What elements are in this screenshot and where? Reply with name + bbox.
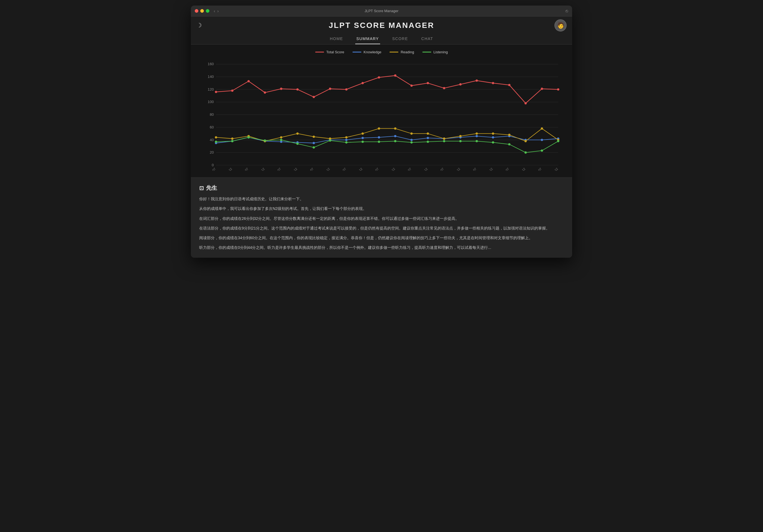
analysis-heading-name: 先生 [206, 184, 217, 192]
svg-text:60: 60 [210, 125, 214, 129]
svg-point-47 [313, 96, 315, 98]
theme-toggle-button[interactable]: ☽ [196, 22, 202, 29]
svg-point-41 [215, 91, 217, 93]
svg-point-109 [248, 136, 250, 138]
svg-point-42 [231, 89, 233, 92]
legend-reading: Reading [389, 50, 414, 54]
close-button[interactable] [195, 9, 198, 13]
svg-point-96 [394, 127, 396, 130]
analysis-para-6: 听力部分，你的成绩在0分到44分之间。听力是许多学生最具挑战性的部分，所以你不是… [199, 244, 564, 251]
svg-point-113 [313, 147, 315, 149]
tab-chat[interactable]: CHAT [420, 34, 434, 44]
svg-point-120 [427, 141, 429, 143]
legend-total-score: Total Score [315, 50, 344, 54]
svg-point-72 [362, 137, 364, 139]
svg-point-59 [508, 84, 510, 86]
legend-knowledge: Knowledge [353, 50, 381, 54]
svg-point-44 [264, 91, 266, 94]
score-chart: 020406080100120140160N2-2010-07N2-2010-1… [199, 58, 564, 171]
svg-text:20: 20 [210, 150, 214, 155]
svg-point-121 [443, 140, 445, 142]
app-window: ‹ › JLPT Score Manager ⎋ ☽ JLPT SCORE MA… [191, 6, 572, 258]
svg-point-114 [329, 140, 331, 142]
svg-point-79 [476, 135, 478, 137]
svg-point-110 [264, 140, 266, 142]
svg-point-52 [394, 74, 396, 76]
svg-text:40: 40 [210, 138, 214, 142]
svg-point-53 [410, 84, 413, 87]
svg-text:120: 120 [208, 87, 214, 91]
svg-point-58 [492, 82, 494, 84]
svg-point-86 [231, 138, 233, 140]
window-title: JLPT Score Manager [365, 9, 399, 13]
svg-point-69 [313, 142, 315, 144]
svg-point-98 [427, 133, 429, 135]
analysis-icon: ⊡ [199, 185, 204, 191]
user-avatar[interactable]: 🧑 [554, 19, 567, 32]
svg-point-104 [525, 140, 527, 142]
svg-point-89 [280, 136, 282, 138]
analysis-section: ⊡ 先生 你好！我注意到你的日语考试成绩历史。让我们来分析一下。 从你的成绩单中… [191, 177, 572, 258]
svg-point-123 [476, 140, 478, 142]
svg-point-108 [231, 140, 233, 142]
svg-point-118 [394, 140, 396, 142]
svg-point-46 [296, 88, 299, 91]
svg-point-75 [410, 139, 413, 141]
svg-point-122 [459, 140, 462, 142]
svg-point-117 [378, 141, 380, 143]
svg-point-55 [443, 87, 445, 89]
share-button[interactable]: ⎋ [566, 9, 568, 14]
tab-home[interactable]: HOME [329, 34, 344, 44]
svg-point-107 [215, 141, 217, 143]
titlebar: ‹ › JLPT Score Manager ⎋ [191, 6, 572, 17]
svg-point-112 [296, 143, 299, 145]
svg-point-125 [508, 143, 510, 145]
svg-point-102 [492, 133, 494, 135]
svg-point-51 [378, 76, 380, 78]
analysis-para-1: 你好！我注意到你的日语考试成绩历史。让我们来分析一下。 [199, 196, 564, 202]
legend-total-score-label: Total Score [326, 50, 344, 54]
svg-point-94 [362, 133, 364, 135]
traffic-lights [195, 9, 209, 13]
svg-text:160: 160 [208, 62, 214, 66]
svg-text:100: 100 [208, 100, 214, 104]
forward-arrow[interactable]: › [217, 9, 219, 13]
analysis-para-2: 从你的成绩单中，我可以看出你参加了多次N2级别的考试。首先，让我们看一下每个部分… [199, 205, 564, 212]
svg-point-101 [476, 133, 478, 135]
svg-point-48 [329, 88, 331, 90]
svg-point-49 [345, 88, 348, 91]
maximize-button[interactable] [206, 9, 209, 13]
legend-knowledge-label: Knowledge [364, 50, 381, 54]
minimize-button[interactable] [200, 9, 204, 13]
svg-point-71 [345, 139, 348, 141]
back-arrow[interactable]: ‹ [214, 9, 215, 13]
chart-legend: Total Score Knowledge Reading Listening [199, 50, 564, 54]
svg-point-128 [557, 140, 559, 142]
chart-container: Total Score Knowledge Reading Listening [191, 45, 572, 177]
svg-point-45 [280, 88, 282, 90]
svg-point-76 [427, 137, 429, 139]
analysis-heading: ⊡ 先生 [199, 184, 564, 192]
svg-point-54 [427, 82, 429, 84]
svg-point-73 [378, 136, 380, 138]
app-title: JLPT SCORE MANAGER [329, 21, 434, 30]
svg-point-103 [508, 134, 510, 136]
chart-svg-wrapper: 020406080100120140160N2-2010-07N2-2010-1… [199, 58, 564, 172]
app-header: ☽ JLPT SCORE MANAGER 🧑 HOME SUMMARY SCOR… [191, 17, 572, 45]
svg-point-95 [378, 127, 380, 130]
svg-point-127 [541, 150, 543, 152]
nav-arrows: ‹ › [214, 9, 219, 13]
svg-point-90 [296, 133, 299, 135]
svg-point-85 [215, 136, 217, 138]
tab-score[interactable]: SCORE [391, 34, 409, 44]
tab-summary[interactable]: SUMMARY [355, 34, 380, 44]
analysis-para-3: 在词汇部分，你的成绩在26分到32分之间。尽管这些分数离满分还有一定的距离，但是… [199, 215, 564, 222]
svg-point-61 [541, 88, 543, 90]
svg-point-50 [362, 82, 364, 84]
svg-point-57 [476, 79, 478, 82]
svg-point-100 [459, 135, 462, 137]
legend-listening: Listening [422, 50, 448, 54]
svg-point-111 [280, 139, 282, 141]
svg-point-116 [362, 141, 364, 143]
svg-point-43 [248, 80, 250, 82]
